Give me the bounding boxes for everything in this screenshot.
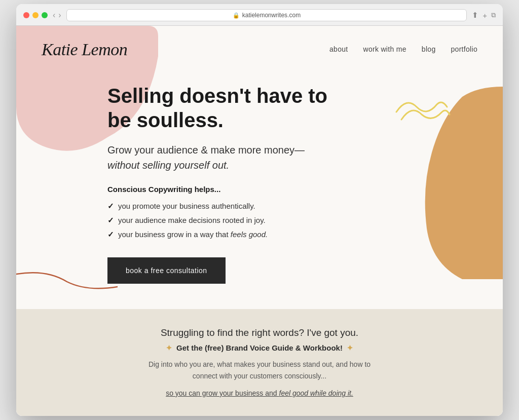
minimize-button[interactable] xyxy=(32,12,39,18)
checklist-text-1: you promote your business authentically. xyxy=(118,202,255,210)
share-icon[interactable]: ⬆ xyxy=(472,11,478,20)
website-content: Katie Lemon about work with me blog port… xyxy=(16,26,503,416)
banner-title: Struggling to find the right words? I've… xyxy=(42,327,477,338)
nav-item-about[interactable]: about xyxy=(329,45,348,54)
browser-actions: ⬆ + ⧉ xyxy=(472,11,496,20)
checklist-item-3: ✓ your business grow in a way that feels… xyxy=(107,230,346,239)
browser-window: ‹ › 🔒 katielemonwrites.com ⬆ + ⧉ xyxy=(16,4,503,416)
close-button[interactable] xyxy=(23,12,29,18)
checklist-text-3: your business grow in a way that feels g… xyxy=(118,230,268,239)
traffic-lights xyxy=(23,12,48,18)
book-consultation-button[interactable]: book a free consultation xyxy=(107,257,226,284)
nav-back-button[interactable]: ‹ xyxy=(53,11,55,20)
banner-link-text: so you can grow your business and feel g… xyxy=(166,389,353,397)
nav-link-blog[interactable]: blog xyxy=(422,45,436,53)
banner-link[interactable]: so you can grow your business and feel g… xyxy=(166,389,353,397)
hero-subtitle-plain: Grow your audience & make more money— xyxy=(107,144,305,156)
browser-chrome: ‹ › 🔒 katielemonwrites.com ⬆ + ⧉ xyxy=(16,4,503,26)
banner-offer-text: Get the (free) Brand Voice Guide & Workb… xyxy=(176,343,343,352)
url-text: katielemonwrites.com xyxy=(242,12,301,19)
hero-subtitle-italic: without selling yourself out. xyxy=(107,160,229,171)
lock-icon: 🔒 xyxy=(233,12,240,19)
navigation: Katie Lemon about work with me blog port… xyxy=(16,26,503,68)
star-right: ✦ xyxy=(347,343,353,352)
checklist: ✓ you promote your business authenticall… xyxy=(107,202,346,239)
hero-helper-text: Conscious Copywriting helps... xyxy=(107,185,346,194)
nav-forward-button[interactable]: › xyxy=(58,11,61,20)
logo-text: Katie Lemon xyxy=(42,40,127,59)
yellow-squiggle-decoration xyxy=(391,92,452,132)
checkmark-icon-3: ✓ xyxy=(107,230,114,239)
nav-link-work-with-me[interactable]: work with me xyxy=(363,45,406,53)
new-tab-icon[interactable]: + xyxy=(483,11,487,20)
tabs-icon[interactable]: ⧉ xyxy=(491,11,496,19)
checklist-item-1: ✓ you promote your business authenticall… xyxy=(107,202,346,211)
star-left: ✦ xyxy=(166,343,172,352)
site-logo[interactable]: Katie Lemon xyxy=(42,40,127,58)
nav-link-portfolio[interactable]: portfolio xyxy=(451,45,477,53)
checklist-item-2: ✓ your audience make decisions rooted in… xyxy=(107,216,346,225)
nav-item-blog[interactable]: blog xyxy=(422,45,436,54)
checkmark-icon-1: ✓ xyxy=(107,202,114,211)
maximize-button[interactable] xyxy=(42,12,48,18)
bottom-banner: Struggling to find the right words? I've… xyxy=(16,309,503,416)
hero-headline: Selling doesn't have to be soulless. xyxy=(107,84,346,132)
hero-subtitle: Grow your audience & make more money— wi… xyxy=(107,142,346,173)
checklist-text-2: your audience make decisions rooted in j… xyxy=(118,216,266,224)
checkmark-icon-2: ✓ xyxy=(107,216,114,225)
nav-link-about[interactable]: about xyxy=(329,45,348,53)
nav-item-portfolio[interactable]: portfolio xyxy=(451,45,477,54)
browser-controls: ‹ › xyxy=(53,11,61,20)
banner-offer: ✦ Get the (free) Brand Voice Guide & Wor… xyxy=(42,343,477,353)
nav-links: about work with me blog portfolio xyxy=(329,45,477,54)
banner-description: Dig into who you are, what makes your bu… xyxy=(138,359,381,381)
address-bar[interactable]: 🔒 katielemonwrites.com xyxy=(66,9,467,21)
nav-item-work-with-me[interactable]: work with me xyxy=(363,45,406,54)
hero-section: Selling doesn't have to be soulless. Gro… xyxy=(16,68,371,309)
